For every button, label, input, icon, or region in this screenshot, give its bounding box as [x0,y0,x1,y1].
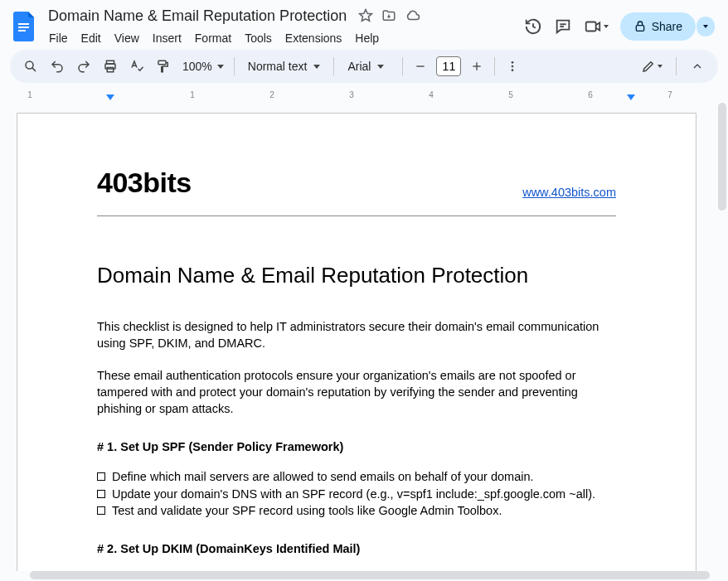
checklist-item: Test and validate your SPF record using … [97,502,616,519]
document-canvas[interactable]: 403bits www.403bits.com Domain Name & Em… [0,103,718,571]
svg-rect-0 [18,23,29,25]
separator [234,57,235,75]
svg-rect-1 [18,27,29,28]
menu-edit[interactable]: Edit [75,28,107,48]
scrollbar-thumb[interactable] [30,571,710,579]
editing-mode-button[interactable] [636,59,667,74]
separator [676,57,677,75]
checkbox-icon [97,472,105,481]
svg-rect-5 [585,22,595,31]
svg-rect-12 [158,61,166,65]
meet-button[interactable] [584,17,609,36]
separator [333,57,334,75]
svg-rect-2 [18,30,26,31]
star-icon[interactable] [358,8,373,23]
checkbox-icon [97,506,105,515]
section-2-heading: # 2. Set Up DKIM (DomainKeys Identified … [97,542,616,555]
right-indent-marker[interactable] [627,94,635,100]
menu-help[interactable]: Help [349,28,385,48]
intro-paragraph-2: These email authentication protocols ens… [97,367,616,418]
font-select[interactable]: Arial [339,60,397,73]
cloud-status-icon[interactable] [405,8,421,23]
doc-title[interactable]: Domain Name & Email Reputation Protectio… [43,6,352,27]
menu-insert[interactable]: Insert [147,28,187,48]
zoom-select[interactable]: 100% [177,60,229,73]
left-indent-marker[interactable] [106,94,114,100]
brand-name: 403bits [97,167,192,199]
menu-extensions[interactable]: Extensions [279,28,347,48]
paint-format-icon[interactable] [151,54,176,79]
docs-logo[interactable] [10,12,40,41]
search-menus-icon[interactable] [18,54,43,79]
section-1-heading: # 1. Set Up SPF (Sender Policy Framework… [97,440,616,453]
font-size-input[interactable]: 11 [436,56,461,76]
checkbox-icon [97,490,105,498]
more-tools-icon[interactable] [500,54,525,79]
toolbar: 100% Normal text Arial 11 [10,50,718,83]
move-icon[interactable] [381,8,396,23]
menu-file[interactable]: File [43,28,74,48]
menu-tools[interactable]: Tools [239,28,278,48]
svg-point-7 [26,61,33,69]
hide-menus-icon[interactable] [685,54,710,79]
checklist-item: Define which mail servers are allowed to… [97,468,616,485]
scrollbar-thumb[interactable] [718,103,726,211]
share-label: Share [652,20,682,33]
menu-format[interactable]: Format [189,28,237,48]
share-dropdown[interactable] [696,17,715,36]
svg-point-17 [512,65,514,68]
checklist-item: Update your domain's DNS with an SPF rec… [97,486,616,502]
intro-paragraph-1: This checklist is designed to help IT ad… [97,318,616,352]
history-icon[interactable] [524,17,542,36]
undo-icon[interactable] [45,54,70,79]
page[interactable]: 403bits www.403bits.com Domain Name & Em… [17,113,696,571]
comments-icon[interactable] [554,17,572,36]
svg-point-18 [512,69,514,71]
svg-point-16 [512,61,514,64]
menu-view[interactable]: View [109,28,145,48]
svg-rect-6 [636,26,643,31]
increase-font-size[interactable] [464,54,489,79]
doc-heading: Domain Name & Email Reputation Protectio… [97,263,616,288]
redo-icon[interactable] [71,54,96,79]
brand-link[interactable]: www.403bits.com [522,186,616,199]
separator [402,57,403,75]
separator [494,57,495,75]
paragraph-style-select[interactable]: Normal text [240,60,329,73]
horizontal-scrollbar[interactable] [13,571,715,579]
spellcheck-icon[interactable] [124,54,149,79]
print-icon[interactable] [98,54,123,79]
ruler[interactable]: 1 1 2 3 4 5 6 7 [13,90,715,103]
share-button[interactable]: Share [620,12,696,41]
menubar: File Edit View Insert Format Tools Exten… [43,28,524,48]
svg-line-8 [32,68,36,71]
vertical-scrollbar[interactable] [718,103,726,569]
decrease-font-size[interactable] [408,54,433,79]
